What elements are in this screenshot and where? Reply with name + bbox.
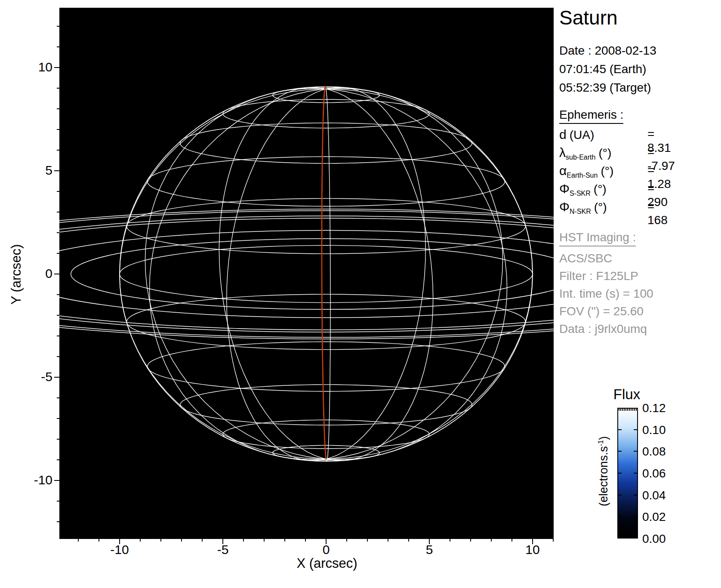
x-axis-tick (140, 539, 141, 542)
meridian-circle (149, 89, 502, 460)
earth-time-line: 07:01:45 (Earth) (559, 60, 656, 78)
saturn-wireframe (59, 8, 554, 539)
target-time-line: 05:52:39 (Target) (559, 78, 656, 97)
x-axis-tick (388, 539, 388, 542)
colorbar-minor-tick (636, 409, 637, 411)
colorbar-tick-label: 0.00 (642, 532, 666, 546)
unit: (°) (594, 200, 607, 214)
colorbar-tick-mark (618, 429, 622, 430)
value: = 168 (647, 200, 673, 227)
ring-boundary (59, 230, 554, 317)
y-tick-label: -5 (14, 369, 52, 384)
ephemeris-row-s-skr: ΦS-SKR(°) = 290 (559, 182, 673, 200)
colorbar-minor-tick (632, 409, 633, 411)
prime-meridian-red-line (322, 87, 326, 459)
page-title: Saturn (559, 6, 618, 29)
data-id-line: Data : j9rlx0umq (559, 320, 653, 338)
date-line: Date : 2008-02-13 (559, 41, 656, 60)
x-axis-tick (367, 539, 368, 542)
x-tick-label: 10 (507, 542, 558, 557)
y-axis-tick (57, 26, 59, 27)
colorbar-minor-tick (619, 409, 619, 411)
colorbar-minor-tick (627, 409, 628, 411)
ring-boundary (71, 239, 554, 310)
x-axis-tick (450, 539, 450, 542)
meridian-circle (145, 89, 507, 459)
colorbar-title: Flux (603, 386, 650, 403)
colorbar-tick-mark (634, 495, 637, 496)
hst-imaging-block: ACS/SBC Filter : F125LP Int. time (s) = … (559, 249, 653, 338)
y-axis-tick (57, 253, 59, 254)
fov-line: FOV (") = 25.60 (559, 302, 653, 320)
unit: (°) (601, 164, 613, 178)
colorbar-tick-mark (634, 451, 637, 452)
symbol: Φ (559, 182, 570, 196)
ring-boundary (59, 211, 554, 338)
colorbar-minor-tick (625, 409, 626, 411)
colorbar-tick-label: 0.02 (642, 510, 666, 524)
x-tick-label: -10 (94, 542, 145, 557)
planet-limb (120, 87, 533, 462)
y-axis-tick (57, 418, 59, 419)
x-axis-tick (305, 539, 306, 542)
y-axis-tick (57, 521, 59, 522)
colorbar-minor-tick (634, 409, 635, 411)
colorbar-tick-mark (618, 495, 622, 496)
x-axis-tick (511, 539, 512, 542)
unit: (UA) (570, 128, 595, 142)
instrument-line: ACS/SBC (559, 249, 653, 267)
x-axis-tick (553, 539, 554, 542)
symbol-subscript: N-SKR (570, 208, 591, 215)
y-tick-label: 10 (14, 60, 52, 74)
y-axis-tick (57, 46, 59, 47)
unit-close: ) (597, 436, 610, 440)
y-axis-tick (57, 336, 59, 336)
symbol-subscript: Earth-Sun (567, 172, 598, 179)
symbol: Φ (559, 200, 570, 214)
colorbar-unit-label: (electrons.s-1) (597, 428, 610, 514)
x-axis-tick (264, 539, 265, 542)
latitude-circle (223, 420, 429, 449)
meridian-circle (227, 87, 425, 461)
colorbar-tick-label: 0.10 (642, 423, 666, 437)
x-axis-tick (78, 539, 79, 542)
latitude-circle (148, 157, 505, 206)
x-tick-label: 0 (300, 542, 352, 557)
ephemeris-header: Ephemeris : (559, 108, 623, 124)
y-axis-tick (57, 315, 59, 316)
colorbar-minor-tick (629, 409, 630, 411)
symbol: α (559, 163, 567, 178)
ring-boundary (59, 218, 554, 330)
colorbar-tick-label: 0.06 (642, 467, 666, 480)
colorbar-tick-mark (618, 451, 622, 452)
x-axis-tick (491, 539, 492, 542)
latitude-circle (148, 342, 505, 391)
unit: (°) (598, 146, 611, 160)
colorbar-tick-label: 0.04 (642, 489, 666, 502)
x-axis-tick (346, 539, 347, 542)
y-axis-tick (57, 294, 59, 295)
colorbar-tick-mark (634, 516, 637, 517)
symbol: d (559, 127, 567, 142)
observation-date-block: Date : 2008-02-13 07:01:45 (Earth) 05:52… (559, 41, 656, 97)
colorbar-tick-mark (618, 473, 622, 474)
y-axis-tick (57, 459, 59, 460)
x-axis-tick (160, 539, 161, 542)
y-axis-tick (57, 88, 59, 89)
figure-page: { "title": "Saturn", "observation": { "d… (0, 0, 721, 588)
symbol: λ (559, 145, 566, 160)
colorbar-minor-tick (631, 409, 632, 411)
y-tick-label: 5 (14, 163, 52, 178)
x-axis-tick (243, 539, 244, 542)
y-axis-tick (54, 274, 59, 274)
unit: (°) (594, 182, 607, 196)
ephemeris-row-distance: d(UA) = 8.31 (559, 127, 673, 145)
y-axis-tick (54, 170, 59, 171)
y-tick-label: -10 (14, 473, 52, 487)
y-axis-tick (54, 480, 59, 481)
y-axis-tick (57, 191, 59, 192)
y-axis-tick (57, 501, 59, 502)
meridian-circle (219, 87, 433, 461)
unit-text: (electrons.s (597, 446, 610, 506)
y-axis-tick (57, 232, 59, 233)
